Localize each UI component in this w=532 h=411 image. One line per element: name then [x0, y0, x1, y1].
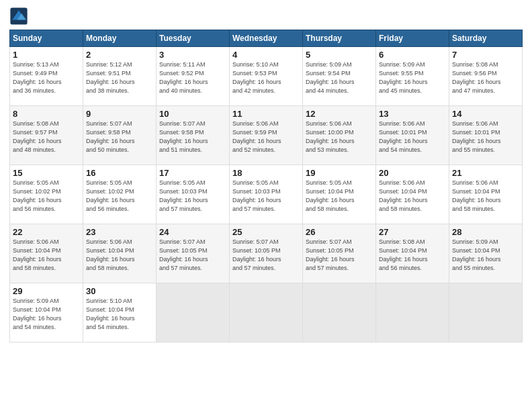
day-cell-16: 16Sunrise: 5:05 AM Sunset: 10:02 PM Dayl…: [83, 165, 157, 224]
day-info: Sunrise: 5:07 AM Sunset: 10:05 PM Daylig…: [232, 238, 300, 273]
empty-cell: [303, 283, 376, 342]
day-cell-27: 27Sunrise: 5:08 AM Sunset: 10:04 PM Dayl…: [376, 224, 449, 283]
day-info: Sunrise: 5:09 AM Sunset: 10:04 PM Daylig…: [13, 297, 80, 332]
day-number: 18: [232, 168, 300, 178]
day-info: Sunrise: 5:07 AM Sunset: 10:05 PM Daylig…: [306, 238, 373, 273]
day-number: 19: [306, 168, 373, 178]
day-number: 24: [159, 227, 226, 237]
day-number: 15: [13, 168, 80, 178]
day-info: Sunrise: 5:06 AM Sunset: 10:01 PM Daylig…: [452, 120, 519, 154]
day-cell-30: 30Sunrise: 5:10 AM Sunset: 10:04 PM Dayl…: [83, 283, 157, 342]
day-cell-19: 19Sunrise: 5:05 AM Sunset: 10:04 PM Dayl…: [303, 165, 376, 224]
empty-cell: [157, 283, 230, 342]
day-cell-13: 13Sunrise: 5:06 AM Sunset: 10:01 PM Dayl…: [376, 106, 449, 165]
empty-cell: [230, 283, 303, 342]
weekday-header-tuesday: Tuesday: [157, 30, 230, 47]
day-number: 17: [159, 168, 226, 178]
day-info: Sunrise: 5:05 AM Sunset: 10:03 PM Daylig…: [232, 179, 300, 214]
day-cell-26: 26Sunrise: 5:07 AM Sunset: 10:05 PM Dayl…: [303, 224, 376, 283]
day-info: Sunrise: 5:05 AM Sunset: 10:02 PM Daylig…: [86, 179, 153, 214]
day-info: Sunrise: 5:06 AM Sunset: 10:00 PM Daylig…: [306, 120, 373, 154]
day-number: 25: [232, 227, 300, 237]
day-cell-24: 24Sunrise: 5:07 AM Sunset: 10:05 PM Dayl…: [157, 224, 230, 283]
day-cell-21: 21Sunrise: 5:06 AM Sunset: 10:04 PM Dayl…: [449, 165, 523, 224]
day-cell-3: 3Sunrise: 5:11 AM Sunset: 9:52 PM Daylig…: [157, 47, 230, 106]
day-info: Sunrise: 5:07 AM Sunset: 10:05 PM Daylig…: [159, 238, 226, 273]
day-info: Sunrise: 5:05 AM Sunset: 10:02 PM Daylig…: [13, 179, 80, 214]
day-cell-22: 22Sunrise: 5:06 AM Sunset: 10:04 PM Dayl…: [10, 224, 83, 283]
day-cell-15: 15Sunrise: 5:05 AM Sunset: 10:02 PM Dayl…: [10, 165, 83, 224]
day-cell-18: 18Sunrise: 5:05 AM Sunset: 10:03 PM Dayl…: [230, 165, 303, 224]
day-info: Sunrise: 5:08 AM Sunset: 9:57 PM Dayligh…: [13, 120, 80, 154]
day-number: 29: [13, 286, 80, 296]
day-info: Sunrise: 5:08 AM Sunset: 10:04 PM Daylig…: [379, 238, 446, 273]
day-number: 9: [86, 109, 153, 119]
day-cell-9: 9Sunrise: 5:07 AM Sunset: 9:58 PM Daylig…: [83, 106, 157, 165]
day-number: 7: [452, 50, 519, 60]
day-number: 27: [379, 227, 446, 237]
day-cell-25: 25Sunrise: 5:07 AM Sunset: 10:05 PM Dayl…: [230, 224, 303, 283]
day-cell-8: 8Sunrise: 5:08 AM Sunset: 9:57 PM Daylig…: [10, 106, 83, 165]
day-info: Sunrise: 5:06 AM Sunset: 10:04 PM Daylig…: [13, 238, 80, 273]
day-info: Sunrise: 5:06 AM Sunset: 10:01 PM Daylig…: [379, 120, 446, 154]
day-info: Sunrise: 5:09 AM Sunset: 10:04 PM Daylig…: [452, 238, 519, 273]
day-info: Sunrise: 5:09 AM Sunset: 9:54 PM Dayligh…: [306, 60, 373, 95]
day-info: Sunrise: 5:08 AM Sunset: 9:56 PM Dayligh…: [452, 60, 519, 95]
day-info: Sunrise: 5:06 AM Sunset: 10:04 PM Daylig…: [379, 179, 446, 214]
day-number: 3: [159, 50, 226, 60]
day-number: 22: [13, 227, 80, 237]
day-info: Sunrise: 5:11 AM Sunset: 9:52 PM Dayligh…: [159, 60, 226, 95]
day-cell-11: 11Sunrise: 5:06 AM Sunset: 9:59 PM Dayli…: [230, 106, 303, 165]
weekday-header-thursday: Thursday: [303, 30, 376, 47]
day-info: Sunrise: 5:07 AM Sunset: 9:58 PM Dayligh…: [159, 120, 226, 154]
day-number: 10: [159, 109, 226, 119]
empty-cell: [449, 283, 523, 342]
calendar-table: SundayMondayTuesdayWednesdayThursdayFrid…: [9, 30, 523, 342]
day-number: 1: [13, 50, 80, 60]
day-info: Sunrise: 5:05 AM Sunset: 10:03 PM Daylig…: [159, 179, 226, 214]
day-number: 28: [452, 227, 519, 237]
day-cell-14: 14Sunrise: 5:06 AM Sunset: 10:01 PM Dayl…: [449, 106, 523, 165]
day-cell-4: 4Sunrise: 5:10 AM Sunset: 9:53 PM Daylig…: [230, 47, 303, 106]
day-number: 20: [379, 168, 446, 178]
day-number: 6: [379, 50, 446, 60]
day-cell-20: 20Sunrise: 5:06 AM Sunset: 10:04 PM Dayl…: [376, 165, 449, 224]
day-number: 4: [232, 50, 300, 60]
day-info: Sunrise: 5:06 AM Sunset: 9:59 PM Dayligh…: [232, 120, 300, 154]
day-info: Sunrise: 5:06 AM Sunset: 10:04 PM Daylig…: [452, 179, 519, 214]
day-info: Sunrise: 5:10 AM Sunset: 10:04 PM Daylig…: [86, 297, 153, 332]
day-number: 21: [452, 168, 519, 178]
day-cell-6: 6Sunrise: 5:09 AM Sunset: 9:55 PM Daylig…: [376, 47, 449, 106]
day-number: 8: [13, 109, 80, 119]
day-info: Sunrise: 5:06 AM Sunset: 10:04 PM Daylig…: [86, 238, 153, 273]
day-cell-1: 1Sunrise: 5:13 AM Sunset: 9:49 PM Daylig…: [10, 47, 83, 106]
weekday-header-monday: Monday: [83, 30, 157, 47]
day-cell-7: 7Sunrise: 5:08 AM Sunset: 9:56 PM Daylig…: [449, 47, 523, 106]
day-cell-17: 17Sunrise: 5:05 AM Sunset: 10:03 PM Dayl…: [157, 165, 230, 224]
day-info: Sunrise: 5:07 AM Sunset: 9:58 PM Dayligh…: [86, 120, 153, 154]
day-info: Sunrise: 5:05 AM Sunset: 10:04 PM Daylig…: [306, 179, 373, 214]
empty-cell: [376, 283, 449, 342]
day-cell-2: 2Sunrise: 5:12 AM Sunset: 9:51 PM Daylig…: [83, 47, 157, 106]
day-number: 2: [86, 50, 153, 60]
weekday-header-saturday: Saturday: [449, 30, 523, 47]
day-info: Sunrise: 5:13 AM Sunset: 9:49 PM Dayligh…: [13, 60, 80, 95]
day-number: 14: [452, 109, 519, 119]
weekday-header-sunday: Sunday: [10, 30, 83, 47]
day-number: 11: [232, 109, 300, 119]
day-number: 16: [86, 168, 153, 178]
logo: [9, 7, 31, 26]
day-cell-28: 28Sunrise: 5:09 AM Sunset: 10:04 PM Dayl…: [449, 224, 523, 283]
day-number: 12: [306, 109, 373, 119]
day-info: Sunrise: 5:12 AM Sunset: 9:51 PM Dayligh…: [86, 60, 153, 95]
day-number: 13: [379, 109, 446, 119]
day-cell-5: 5Sunrise: 5:09 AM Sunset: 9:54 PM Daylig…: [303, 47, 376, 106]
weekday-header-wednesday: Wednesday: [230, 30, 303, 47]
day-number: 5: [306, 50, 373, 60]
day-number: 23: [86, 227, 153, 237]
day-info: Sunrise: 5:09 AM Sunset: 9:55 PM Dayligh…: [379, 60, 446, 95]
day-number: 30: [86, 286, 153, 296]
day-cell-29: 29Sunrise: 5:09 AM Sunset: 10:04 PM Dayl…: [10, 283, 83, 342]
day-cell-10: 10Sunrise: 5:07 AM Sunset: 9:58 PM Dayli…: [157, 106, 230, 165]
day-info: Sunrise: 5:10 AM Sunset: 9:53 PM Dayligh…: [232, 60, 300, 95]
